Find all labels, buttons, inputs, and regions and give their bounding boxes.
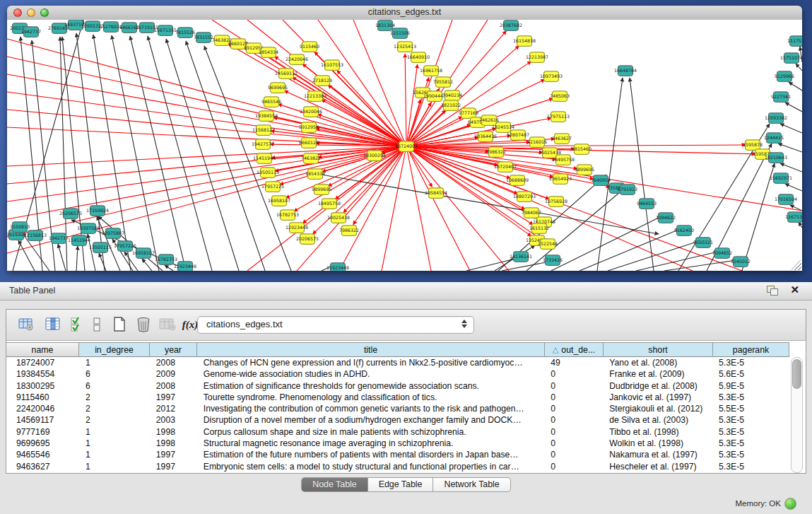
network-node[interactable]: 18720407 xyxy=(494,162,517,173)
table-column-icon[interactable] xyxy=(43,315,63,334)
float-window-icon[interactable] xyxy=(767,286,778,296)
network-node[interactable]: 2718129 xyxy=(312,76,332,86)
vertical-scrollbar[interactable] xyxy=(791,357,803,473)
network-node[interactable]: 16640910 xyxy=(407,52,430,63)
network-node[interactable]: 15692971 xyxy=(770,173,792,183)
network-node[interactable]: 8660128 xyxy=(299,138,319,148)
table-settings-icon[interactable] xyxy=(16,315,36,334)
column-header-title[interactable]: title xyxy=(197,342,545,357)
network-node[interactable]: 2522544 xyxy=(538,239,558,250)
network-node[interactable]: 1244415 xyxy=(764,133,784,144)
network-node[interactable]: 1821022 xyxy=(441,100,461,111)
network-node[interactable]: 7984067 xyxy=(522,208,541,218)
network-node[interactable]: 11451944 xyxy=(68,235,90,246)
network-node[interactable]: 20387682 xyxy=(500,21,522,31)
network-node[interactable]: 16961758 xyxy=(420,66,442,76)
network-node[interactable]: 11451944 xyxy=(253,153,276,164)
network-node[interactable]: 12923448 xyxy=(326,263,349,271)
select-apply-icon[interactable] xyxy=(67,315,87,334)
zoom-window-icon[interactable] xyxy=(40,8,49,17)
network-node[interactable]: 19427577 xyxy=(252,139,274,150)
network-node[interactable]: 1854334 xyxy=(305,169,325,180)
network-node[interactable]: 9899695 xyxy=(575,165,594,175)
tab-node-table[interactable]: Node Table xyxy=(301,477,367,492)
network-node[interactable]: 12213987 xyxy=(526,52,548,63)
network-node[interactable]: 6791913 xyxy=(618,185,637,195)
network-node[interactable]: 16154838 xyxy=(513,36,536,47)
network-node[interactable]: 9115460 xyxy=(300,42,319,52)
rows-icon[interactable] xyxy=(87,315,107,334)
table-row[interactable]: 969969511998Structural magnetic resonanc… xyxy=(6,438,789,449)
network-node[interactable]: 12093382 xyxy=(765,113,787,124)
network-node[interactable]: 10975887 xyxy=(102,228,124,239)
network-node[interactable]: 12325413 xyxy=(394,42,416,52)
minimize-window-icon[interactable] xyxy=(27,8,35,17)
network-node[interactable]: 9129966 xyxy=(775,71,794,82)
network-node[interactable]: 1831304 xyxy=(375,21,395,31)
network-node[interactable]: 1151506 xyxy=(390,28,410,39)
network-node[interactable]: 7986322 xyxy=(339,226,359,236)
table-row[interactable]: 911546021997Tourette syndrome. Phenomeno… xyxy=(6,392,789,403)
network-node[interactable]: 7815526 xyxy=(175,28,195,38)
network-node[interactable]: 12923448 xyxy=(286,223,308,233)
network-node[interactable]: 16782753 xyxy=(155,255,177,265)
network-node[interactable]: 1117532 xyxy=(787,36,802,47)
network-node[interactable]: 9465546 xyxy=(261,97,281,107)
table-selector-dropdown[interactable]: citations_edges.txt xyxy=(197,316,474,334)
network-window-titlebar[interactable]: citations_edges.txt xyxy=(7,6,802,21)
network-node[interactable]: 7940234 xyxy=(442,90,462,101)
network-node[interactable]: 16958107 xyxy=(132,248,155,259)
network-node[interactable]: 1094622 xyxy=(656,213,676,223)
network-node[interactable]: 6216016 xyxy=(527,137,547,148)
network-node[interactable]: 16648784 xyxy=(614,66,637,76)
network-node[interactable]: 1942737 xyxy=(21,27,41,37)
table-row[interactable]: 1830029562008Estimation of significance … xyxy=(6,380,789,392)
network-node[interactable]: 1854334 xyxy=(259,47,278,58)
table-row[interactable]: 2242004622012Investigating the contribut… xyxy=(6,403,789,414)
network-node[interactable]: 14136141 xyxy=(510,252,532,262)
close-window-icon[interactable] xyxy=(13,8,22,17)
column-header-pagerank[interactable]: pagerank xyxy=(713,342,789,357)
resize-grip-icon[interactable] xyxy=(792,260,801,270)
network-node[interactable]: 9699695 xyxy=(268,83,288,93)
delete-rows-icon[interactable] xyxy=(134,315,153,334)
network-node[interactable]: 17016504 xyxy=(775,194,797,205)
network-node[interactable]: 1094652 xyxy=(712,248,732,259)
table-row[interactable]: 1456911722003Disruption of a novel membe… xyxy=(6,414,789,426)
network-node[interactable]: 1942737 xyxy=(49,233,69,244)
network-node[interactable]: 17957225 xyxy=(114,241,136,252)
network-node[interactable]: 1733426 xyxy=(543,255,563,266)
network-node[interactable]: 1640954 xyxy=(591,175,611,185)
network-node[interactable]: 9777169 xyxy=(459,108,478,119)
network-graph[interactable]: 2055723194273727691406189371911095532715… xyxy=(7,20,802,271)
new-table-icon[interactable] xyxy=(110,315,129,334)
network-node[interactable]: 17975113 xyxy=(547,112,570,122)
column-header-in_degree[interactable]: in_degree xyxy=(79,342,150,357)
network-node[interactable]: 1167531 xyxy=(785,212,802,223)
network-node[interactable]: 9162450 xyxy=(674,226,694,236)
table-row[interactable]: 1872400712008Changes of HCN gene express… xyxy=(6,357,789,368)
network-node[interactable]: 7986322 xyxy=(486,147,506,158)
network-node[interactable]: 7463822 xyxy=(301,153,321,164)
network-node[interactable]: 23420046 xyxy=(300,107,322,117)
network-node[interactable]: 1615132 xyxy=(529,223,549,234)
network-node[interactable]: 9464553 xyxy=(637,199,657,209)
network-node[interactable]: 9227341 xyxy=(771,92,791,103)
network-node[interactable]: 20364436 xyxy=(474,132,497,142)
close-panel-icon[interactable]: ✕ xyxy=(790,284,799,296)
network-node[interactable]: 7831552 xyxy=(194,33,213,43)
network-node[interactable]: 15751074 xyxy=(780,53,802,64)
scrollbar-thumb[interactable] xyxy=(792,359,801,389)
network-node[interactable]: 20206575 xyxy=(296,234,319,245)
network-node[interactable]: 1595878 xyxy=(743,140,763,151)
network-node[interactable]: 1550810 xyxy=(10,222,30,233)
column-header-short[interactable]: short xyxy=(604,342,713,357)
network-node[interactable]: 22420046 xyxy=(286,54,308,65)
network-node[interactable]: 9815460 xyxy=(572,144,592,155)
network-node[interactable]: 7485063 xyxy=(550,91,570,102)
network-canvas[interactable]: 2055723194273727691406189371911095532715… xyxy=(7,20,802,271)
tab-network-table[interactable]: Network Table xyxy=(433,477,510,492)
column-header-year[interactable]: year xyxy=(150,342,197,357)
network-node[interactable]: 12923448 xyxy=(174,262,196,271)
column-header-out_de[interactable]: △out_de... xyxy=(545,342,604,357)
